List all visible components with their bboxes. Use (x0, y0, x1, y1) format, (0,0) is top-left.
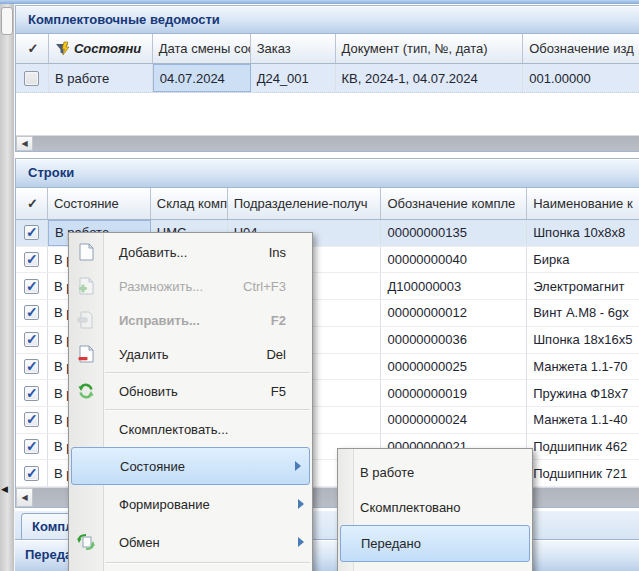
row-checkbox-cell[interactable] (16, 327, 48, 353)
row-checkbox-cell[interactable] (16, 460, 48, 486)
checkbox-checked[interactable] (24, 332, 39, 347)
edit-document-icon (77, 311, 95, 329)
cell-name[interactable]: Бирка (527, 247, 639, 273)
cell-name[interactable]: Электромагнит (527, 273, 639, 299)
row-checkbox-cell[interactable] (16, 354, 48, 380)
submenu-item-assembled[interactable]: Скомплектовано (338, 490, 532, 525)
cell-code[interactable]: 00000000025 (381, 354, 527, 380)
menu-separator (105, 372, 310, 373)
cell-code[interactable]: 00000000135 (381, 220, 527, 246)
refresh-icon (77, 382, 95, 400)
submenu-arrow-icon (298, 537, 304, 547)
horizontal-scrollbar[interactable] (16, 135, 639, 151)
checkbox-checked[interactable] (24, 386, 39, 401)
row-checkbox-cell[interactable] (16, 273, 48, 299)
vertical-splitter[interactable] (0, 4, 15, 571)
menu-item-assemble[interactable]: Скомплектовать... (69, 411, 312, 447)
column-header-order[interactable]: Заказ (251, 34, 336, 63)
grid-header: Состояние Склад комп. Подразделение-полу… (16, 188, 639, 220)
cell-name[interactable]: Подшипник 462 (527, 434, 639, 460)
splitter-grip[interactable] (1, 7, 13, 35)
checkbox-checked[interactable] (24, 305, 39, 320)
column-header-state[interactable]: Состояние (48, 188, 151, 219)
menu-separator (105, 562, 310, 563)
checkbox-unchecked[interactable] (24, 71, 39, 86)
add-document-icon (77, 243, 95, 261)
grid-header: Состояни Дата смены сос Заказ Документ (… (16, 34, 639, 64)
duplicate-document-icon (77, 277, 95, 295)
delete-document-icon (77, 345, 95, 363)
scroll-left-icon[interactable] (16, 488, 33, 507)
select-all-column-header[interactable] (16, 34, 49, 63)
empty-grid-area (16, 93, 639, 135)
scrollbar-track[interactable] (33, 136, 639, 151)
checkbox-checked[interactable] (24, 439, 39, 454)
cell-name[interactable]: Шпонка 10х8х8 (527, 220, 639, 246)
menu-item-exchange[interactable]: Обмен (69, 523, 312, 561)
row-checkbox-cell[interactable] (16, 64, 49, 92)
submenu-arrow-icon (298, 499, 304, 509)
checkbox-checked[interactable] (24, 252, 39, 267)
cell-document[interactable]: КВ, 2024-1, 04.07.2024 (336, 64, 524, 92)
column-header-designation[interactable]: Обозначение изд (523, 34, 639, 63)
column-header-name[interactable]: Наименование к (527, 188, 639, 219)
menu-item-state[interactable]: Состояние (71, 447, 310, 485)
row-checkbox-cell[interactable] (16, 434, 48, 460)
cell-designation[interactable]: 001.00000 (523, 64, 639, 92)
row-checkbox-cell[interactable] (16, 407, 48, 433)
select-all-column-header[interactable] (16, 188, 48, 219)
checkbox-checked[interactable] (24, 279, 39, 294)
menu-item-refresh[interactable]: Обновить F5 (69, 374, 312, 408)
cell-name[interactable]: Шпонка 18х16х5 (527, 327, 639, 353)
column-header-state[interactable]: Состояни (49, 34, 153, 63)
menu-item-delete[interactable]: Удалить Del (69, 337, 312, 371)
checkbox-checked[interactable] (24, 412, 39, 427)
column-header-code[interactable]: Обозначение компле (381, 188, 527, 219)
menu-item-add[interactable]: Добавить... Ins (69, 235, 312, 269)
column-header-document[interactable]: Документ (тип, №, дата) (336, 34, 524, 63)
menu-item-partial[interactable] (69, 564, 312, 571)
table-row[interactable]: В работе 04.07.2024 Д24_001 КВ, 2024-1, … (16, 64, 639, 93)
filter-lightning-icon (55, 41, 71, 57)
panel-picking-lists: Комплектовочные ведомости Состояни Дата … (15, 5, 639, 152)
cell-name[interactable]: Подшипник 721 (527, 460, 639, 486)
cell-order[interactable]: Д24_001 (251, 64, 336, 92)
submenu-item-transferred[interactable]: Передано (340, 525, 530, 562)
menu-separator (105, 409, 310, 410)
menu-item-formation[interactable]: Формирование (69, 485, 312, 523)
context-menu: Добавить... Ins Размножить... Ctrl+F3 Ис… (68, 232, 313, 571)
column-header-date[interactable]: Дата смены сос (153, 34, 251, 63)
checkbox-checked[interactable] (24, 466, 39, 481)
exchange-icon (77, 533, 95, 551)
top-panel-edge (0, 0, 639, 4)
column-header-department[interactable]: Подразделение-получ (228, 188, 382, 219)
cell-state[interactable]: В работе (49, 64, 153, 92)
row-checkbox-cell[interactable] (16, 220, 48, 246)
checkbox-checked[interactable] (24, 359, 39, 374)
cell-code[interactable]: 00000000012 (381, 300, 527, 326)
row-checkbox-cell[interactable] (16, 247, 48, 273)
row-checkbox-cell[interactable] (16, 300, 48, 326)
cell-code[interactable]: 00000000036 (381, 327, 527, 353)
splitter-collapse-icon[interactable] (1, 482, 13, 496)
checkbox-checked[interactable] (24, 225, 39, 240)
cell-code[interactable]: 00000000040 (381, 247, 527, 273)
cell-code[interactable]: 00000000019 (381, 380, 527, 406)
panel-title: Комплектовочные ведомости (16, 6, 639, 34)
cell-name[interactable]: Пружина Ф18х7 (527, 380, 639, 406)
scroll-left-icon[interactable] (16, 136, 33, 151)
submenu-arrow-icon (295, 461, 301, 471)
row-checkbox-cell[interactable] (16, 380, 48, 406)
menu-item-duplicate[interactable]: Размножить... Ctrl+F3 (69, 269, 312, 303)
cell-date-current[interactable]: 04.07.2024 (153, 64, 251, 92)
cell-name[interactable]: Манжета 1.1-70 (527, 354, 639, 380)
cell-code[interactable]: 00000000024 (381, 407, 527, 433)
cell-name[interactable]: Манжета 1.1-40 (527, 407, 639, 433)
submenu-item-partial[interactable] (338, 562, 532, 571)
menu-item-edit[interactable]: Исправить... F2 (69, 303, 312, 337)
cell-code[interactable]: Д100000003 (381, 273, 527, 299)
cell-name[interactable]: Винт А.М8 - 6gх (527, 300, 639, 326)
submenu-item-in-work[interactable]: В работе (338, 455, 532, 490)
column-header-warehouse[interactable]: Склад комп. (151, 188, 228, 219)
panel-title: Строки (16, 159, 639, 188)
